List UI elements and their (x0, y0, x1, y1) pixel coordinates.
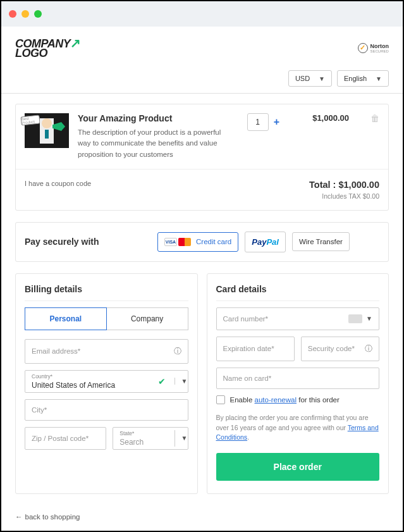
zip-placeholder: Zip / Postal code* (32, 435, 89, 442)
arrow-left-icon: ← (15, 513, 23, 521)
tab-company[interactable]: Company (107, 307, 188, 330)
tab-personal[interactable]: Personal (25, 307, 107, 330)
cart-panel: Best Product Your Amazing Product The de… (15, 104, 389, 211)
billing-tabs: Personal Company (25, 307, 188, 330)
page-header: COMPANY↗ LOGO ✓ Norton SECURED (1, 27, 403, 66)
checkmark-icon: ✓ (358, 43, 368, 53)
chevron-down-icon[interactable]: ▼ (174, 430, 194, 447)
chevron-down-icon[interactable]: ▼ (174, 378, 194, 385)
tax-line: Includes TAX $0.00 (309, 192, 379, 200)
name-on-card-field[interactable]: Name on card* (216, 368, 380, 389)
delete-icon[interactable]: 🗑 (370, 113, 379, 123)
country-value: United States of America (32, 381, 115, 390)
country-select[interactable]: Country* United States of America ✔ ▼ (25, 370, 188, 393)
chevron-down-icon: ▼ (366, 315, 372, 322)
cvv-placeholder: Security code* (308, 345, 355, 352)
maximize-window-button[interactable] (34, 10, 42, 18)
quantity-control: 1 + (247, 113, 279, 131)
pay-option-credit-card[interactable]: VISA Credit card (157, 232, 238, 252)
product-image: Best Product (25, 113, 69, 148)
paypal-pay-text: Pay (252, 237, 266, 247)
autorenewal-link[interactable]: auto-renewal (255, 396, 297, 404)
autorenewal-row: Enable auto-renewal for this order (216, 395, 380, 404)
country-label: Country* (32, 373, 158, 380)
check-circle-icon: ✔ (158, 376, 166, 387)
security-badge: ✓ Norton SECURED (358, 43, 389, 53)
chevron-down-icon: ▼ (319, 75, 325, 82)
logo-line2: LOGO (15, 47, 47, 59)
state-select[interactable]: State* Search ▼ (113, 427, 188, 450)
card-number-field[interactable]: Card number* ▼ (216, 307, 380, 330)
payment-methods: Pay securely with VISA Credit card PayPa… (15, 222, 389, 262)
back-label: back to shopping (25, 513, 80, 521)
card-number-placeholder: Card number* (223, 315, 269, 323)
language-value: English (344, 75, 367, 82)
billing-panel: Billing details Personal Company Email a… (15, 273, 198, 494)
generic-card-icon (348, 314, 362, 323)
name-placeholder: Name on card* (223, 374, 272, 382)
minimize-window-button[interactable] (21, 10, 29, 18)
card-details-panel: Card details Card number* ▼ Expiration d… (207, 273, 389, 494)
badge-subtitle: SECURED (370, 49, 389, 53)
email-field[interactable]: Email address* ⓘ (25, 339, 188, 364)
megaphone-icon (52, 122, 65, 131)
mastercard-icon (178, 238, 191, 246)
visa-icon: VISA (164, 238, 177, 246)
company-logo: COMPANY↗ LOGO (15, 35, 81, 60)
increment-button[interactable]: + (274, 116, 279, 128)
autorenewal-checkbox[interactable] (216, 395, 225, 404)
state-value: Search (119, 438, 144, 447)
billing-title: Billing details (25, 284, 188, 301)
credit-card-label: Credit card (196, 238, 231, 245)
state-label: State* (119, 430, 169, 436)
city-placeholder: City* (32, 406, 47, 414)
pay-option-paypal[interactable]: PayPal (245, 232, 286, 252)
back-to-shopping-link[interactable]: ←back to shopping (1, 504, 403, 524)
total-value: $1,000.00 (338, 180, 379, 190)
badge-name: Norton (370, 43, 389, 49)
info-icon[interactable]: ⓘ (174, 346, 181, 357)
total-line: Total : $1,000.00 (309, 180, 379, 190)
product-title: Your Amazing Product (78, 113, 238, 123)
place-order-button[interactable]: Place order (216, 453, 380, 481)
logo-arrow-icon: ↗ (70, 36, 81, 50)
pay-title: Pay securely with (25, 237, 151, 247)
legal-text: By placing the order you are confirming … (216, 413, 380, 443)
settings-bar: USD ▼ English ▼ (1, 66, 403, 94)
language-select[interactable]: English ▼ (337, 70, 389, 87)
speech-bubble: Best Product (20, 114, 40, 125)
autorenewal-label: Enable auto-renewal for this order (230, 396, 340, 404)
currency-value: USD (295, 75, 310, 82)
city-field[interactable]: City* (25, 399, 188, 421)
currency-select[interactable]: USD ▼ (288, 70, 332, 87)
zip-field[interactable]: Zip / Postal code* (25, 427, 106, 450)
total-label: Total : (309, 180, 338, 190)
chevron-down-icon: ▼ (376, 75, 382, 82)
card-details-title: Card details (216, 284, 380, 301)
expiration-field[interactable]: Expiration date* (216, 337, 295, 361)
coupon-link[interactable]: I have a coupon code (25, 180, 91, 187)
pay-option-wire[interactable]: Wire Transfer (292, 232, 350, 251)
expiration-placeholder: Expiration date* (223, 345, 274, 352)
security-code-field[interactable]: Security code* ⓘ (301, 337, 379, 361)
wire-label: Wire Transfer (299, 238, 343, 245)
close-window-button[interactable] (9, 10, 16, 18)
product-description: The description of your product is a pow… (78, 127, 223, 160)
card-brand-icons: VISA (164, 238, 191, 246)
email-placeholder: Email address* (32, 347, 80, 355)
info-icon[interactable]: ⓘ (365, 343, 372, 354)
window-titlebar (1, 1, 403, 27)
line-price: $1,000.00 (298, 113, 349, 123)
paypal-pal-text: Pal (266, 237, 279, 247)
quantity-input[interactable]: 1 (247, 113, 269, 131)
